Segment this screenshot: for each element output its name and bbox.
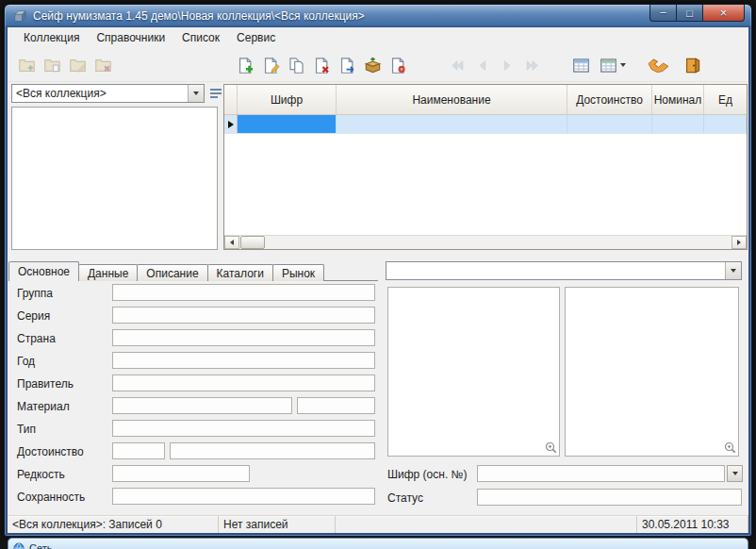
condition-field[interactable] (112, 488, 375, 505)
grid-cell-denomination[interactable] (567, 115, 652, 133)
right-top-combo-value (386, 262, 725, 279)
form-row-condition: Сохранность (8, 486, 378, 508)
material-extra-field[interactable] (297, 397, 375, 414)
denomination-name-field[interactable] (170, 442, 375, 459)
series-field[interactable] (112, 307, 375, 324)
next-record-button[interactable] (495, 53, 519, 77)
edit-group-button[interactable] (65, 53, 90, 77)
hierarchy-button[interactable] (207, 85, 224, 102)
code-field[interactable] (477, 465, 725, 482)
right-top-combo[interactable] (386, 261, 742, 280)
title-bar[interactable]: Сейф нумизмата 1.45 демо\Новая коллекция… (5, 5, 751, 27)
tab-data[interactable]: Данные (78, 264, 138, 281)
collection-combo-arrow[interactable] (188, 85, 204, 102)
last-record-button[interactable] (520, 53, 545, 77)
exchange-button[interactable] (646, 53, 670, 77)
scroll-thumb[interactable] (240, 236, 265, 249)
series-label: Серия (17, 309, 50, 323)
menu-references[interactable]: Справочники (88, 28, 173, 47)
denomination-value-field[interactable] (112, 442, 165, 459)
chevron-down-icon (193, 92, 199, 95)
add-group-button[interactable] (14, 53, 39, 77)
menu-collection[interactable]: Коллекция (15, 28, 88, 47)
reverse-image-box[interactable] (565, 287, 739, 457)
seal-record-button[interactable] (386, 53, 410, 77)
obverse-image-box[interactable] (387, 287, 560, 457)
first-record-button[interactable] (444, 53, 468, 77)
grid-cell-unit[interactable] (704, 115, 747, 133)
menu-service[interactable]: Сервис (228, 28, 284, 47)
code-extra-button[interactable] (727, 465, 743, 482)
statusbar-spacer (336, 516, 637, 533)
edit-record-button[interactable] (258, 53, 283, 77)
minimize-button[interactable]: – (649, 5, 677, 22)
form-row-country: Страна (8, 327, 378, 350)
menu-list[interactable]: Список (173, 28, 228, 47)
form-row-type: Тип (8, 418, 378, 441)
statusbar-selection: Нет записей (219, 516, 336, 533)
seal-record-icon (389, 57, 407, 75)
table-view-button[interactable] (568, 53, 593, 77)
zoom-in-icon[interactable] (724, 441, 736, 454)
delete-group-button[interactable] (90, 53, 115, 77)
grid-header-code[interactable]: Шифр (238, 85, 337, 114)
close-button[interactable]: × (702, 5, 745, 22)
grid-header-nominal[interactable]: Номинал (652, 85, 704, 114)
exit-door-icon (683, 57, 701, 75)
delete-record-button[interactable] (309, 53, 334, 77)
material-field[interactable] (112, 397, 292, 414)
year-field[interactable] (112, 352, 375, 369)
grid-cell-name[interactable] (337, 115, 567, 133)
background-window-fragment[interactable]: Сеть (8, 538, 748, 549)
tab-main[interactable]: Основное (8, 261, 79, 281)
client-area: Коллекция Справочники Список Сервис (8, 27, 748, 533)
grid-header-unit[interactable]: Ед (704, 85, 747, 114)
folder-delete-icon (94, 57, 112, 75)
grid-horizontal-scrollbar[interactable] (224, 235, 747, 249)
rarity-label: Редкость (17, 468, 65, 481)
grid-header: Шифр Наименование Достоинство Номинал Ед (224, 85, 747, 115)
status-field[interactable] (477, 489, 742, 506)
window-controls: – □ × (650, 5, 745, 22)
tab-market[interactable]: Рынок (272, 264, 324, 281)
ruler-label: Правитель (17, 377, 74, 391)
app-icon (13, 9, 27, 24)
copy-record-button[interactable] (284, 53, 308, 77)
grid-settings-dropdown-icon[interactable] (620, 63, 626, 67)
toolbar (8, 48, 748, 82)
type-label: Тип (17, 423, 36, 436)
storage-box-button[interactable] (360, 53, 385, 77)
grid-header-denomination[interactable]: Достоинство (567, 85, 652, 114)
type-field[interactable] (112, 420, 375, 437)
grid-settings-button[interactable] (594, 53, 632, 77)
maximize-button[interactable]: □ (676, 5, 703, 22)
grid-row[interactable] (224, 115, 747, 134)
scroll-left-button[interactable] (224, 236, 239, 249)
tab-catalogs[interactable]: Каталоги (207, 264, 273, 281)
status-label: Статус (387, 491, 423, 505)
tab-description[interactable]: Описание (137, 264, 207, 281)
storage-box-icon (364, 57, 382, 75)
folder-copy-icon (43, 57, 61, 75)
chevron-down-icon (731, 269, 736, 273)
exit-button[interactable] (680, 53, 704, 77)
grid-cell-code[interactable] (238, 115, 337, 133)
grid-cell-nominal[interactable] (652, 115, 704, 133)
group-field[interactable] (112, 284, 375, 301)
move-record-button[interactable] (335, 53, 359, 77)
scroll-right-button[interactable] (731, 236, 747, 249)
prev-record-button[interactable] (469, 53, 494, 77)
country-field[interactable] (112, 329, 375, 346)
zoom-in-icon[interactable] (545, 441, 557, 454)
tab-strip: Основное Данные Описание Каталоги Рынок (8, 261, 323, 281)
add-record-button[interactable] (233, 53, 257, 77)
form-row-series: Серия (8, 305, 378, 327)
collection-combo[interactable]: <Вся коллекция> (11, 84, 205, 103)
right-top-combo-arrow[interactable] (725, 262, 741, 279)
year-label: Год (17, 355, 35, 368)
groups-listbox[interactable] (11, 107, 218, 250)
rarity-field[interactable] (112, 465, 250, 482)
ruler-field[interactable] (112, 374, 375, 391)
grid-header-name[interactable]: Наименование (337, 85, 567, 114)
copy-group-button[interactable] (40, 53, 64, 77)
